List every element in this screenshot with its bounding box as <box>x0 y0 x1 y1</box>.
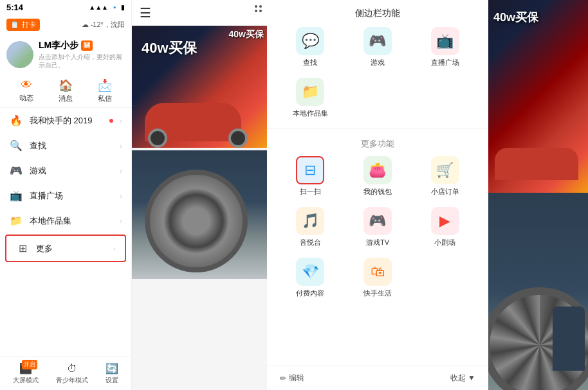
feature-live-icon-wrap: 📺 <box>431 27 459 55</box>
middle-feed-panel: ☰ 40w买保 <box>132 0 267 390</box>
local-label: 本地作品集 <box>30 215 113 227</box>
feature-live-label: 直播广场 <box>431 58 459 67</box>
feature-paid[interactable]: 💎 付费内容 <box>280 258 341 298</box>
history-dot <box>109 119 113 123</box>
feature-mini-drama-icon-wrap: ▶ <box>431 207 459 235</box>
feature-ks-life-icon: 🛍 <box>371 263 385 280</box>
right-panel-title: 侧边栏功能 <box>267 0 488 24</box>
history-arrow: › <box>120 117 122 125</box>
teen-mode-icon: ⏱ <box>67 363 77 375</box>
checkin-icon: 📋 <box>10 21 19 29</box>
feature-scan-icon-wrap: ⊟ <box>296 156 324 184</box>
weather-icon: ☁ <box>82 21 89 29</box>
menu-item-history[interactable]: 🔥 我和快手的 2019 › <box>0 108 131 133</box>
top-bar: 📋 打卡 ☁ -12°，沈阳 <box>0 14 131 35</box>
feature-games[interactable]: 🎮 游戏 <box>347 27 409 67</box>
wheel-detail <box>145 170 248 272</box>
feature-local-label: 本地作品集 <box>293 109 328 118</box>
feature-shop-orders[interactable]: 🛒 小店订单 <box>414 156 475 197</box>
profile-name: LM李小步 關 <box>39 40 125 51</box>
large-screen-label: 大屏模式 <box>13 376 39 385</box>
bottom-actions-bar: ✏ 编辑 收起 ▼ <box>267 366 488 390</box>
checkin-button[interactable]: 📋 打卡 <box>6 19 40 31</box>
section-divider <box>267 129 488 129</box>
feature-game-tv-icon-wrap: 🎮 <box>363 207 392 235</box>
dm-icon: 📩 <box>98 78 112 93</box>
menu-list: 🔥 我和快手的 2019 › 🔍 查找 › 🎮 游戏 › 📺 直播广场 › 📁 … <box>0 108 131 357</box>
feature-wallet-label: 我的钱包 <box>363 187 392 197</box>
feed-image-wheel[interactable] <box>132 150 267 279</box>
menu-item-live[interactable]: 📺 直播广场 › <box>0 183 131 208</box>
feature-music-icon-wrap: 🎵 <box>296 207 324 235</box>
collapse-button[interactable]: 收起 ▼ <box>450 373 475 384</box>
large-screen-button[interactable]: ⬛ 开启 大屏模式 <box>13 362 39 385</box>
profile-description: 点击添加个人介绍，更好的展示自己。 <box>39 53 125 69</box>
teen-mode-button[interactable]: ⏱ 青少年模式 <box>56 363 88 385</box>
feature-paid-icon-wrap: 💎 <box>296 258 324 286</box>
dots-menu[interactable] <box>255 5 262 12</box>
local-arrow: › <box>120 217 122 225</box>
far-right-panel: 40w买保 <box>488 0 588 390</box>
feature-music-label: 音悦台 <box>300 238 321 247</box>
wifi-icon: 🔹 <box>111 4 118 11</box>
settings-label: 设置 <box>106 376 118 385</box>
quick-action-dm[interactable]: 📩 私信 <box>98 78 112 103</box>
more-features-title: 更多功能 <box>280 138 475 150</box>
search-icon: 🔍 <box>9 139 23 152</box>
follow-button[interactable]: 關 <box>81 40 93 51</box>
feature-wallet-icon: 👛 <box>369 162 386 179</box>
feature-paid-icon: 💎 <box>302 263 319 280</box>
menu-item-search[interactable]: 🔍 查找 › <box>0 133 131 158</box>
dynamic-icon: 👁 <box>21 78 32 92</box>
feature-local-icon: 📁 <box>302 84 319 100</box>
feature-games-label: 游戏 <box>371 58 385 67</box>
feature-mini-drama-label: 小剧场 <box>434 238 455 247</box>
left-sidebar: 5:14 ▲▲▲ 🔹 ▮ 📋 打卡 ☁ -12°，沈阳 LM李小步 關 点击添加… <box>0 0 132 390</box>
feature-ks-life-label: 快手生活 <box>363 288 392 298</box>
feature-search[interactable]: 💬 查找 <box>280 27 341 67</box>
settings-icon: 🔄 <box>106 362 118 375</box>
edit-icon: ✏ <box>280 374 286 383</box>
settings-button[interactable]: 🔄 设置 <box>106 362 118 385</box>
local-icon: 📁 <box>9 215 23 227</box>
feature-game-tv[interactable]: 🎮 游戏TV <box>347 207 409 247</box>
feature-scan[interactable]: ⊟ 扫一扫 <box>280 156 341 197</box>
mid-top-bar: ☰ <box>132 0 267 26</box>
dm-label: 私信 <box>98 94 112 103</box>
quick-action-dynamic[interactable]: 👁 动态 <box>19 78 33 103</box>
far-right-top-image: 40w买保 <box>488 0 588 193</box>
feature-local[interactable]: 📁 本地作品集 <box>280 78 341 118</box>
far-right-bottom-image <box>488 193 588 390</box>
feature-search-label: 查找 <box>303 58 317 67</box>
feature-wallet-icon-wrap: 👛 <box>363 156 392 184</box>
profile-info: LM李小步 關 点击添加个人介绍，更好的展示自己。 <box>39 40 125 69</box>
red-car-shape <box>495 148 578 180</box>
time-display: 5:14 <box>6 3 23 12</box>
feature-games-icon: 🎮 <box>369 33 386 49</box>
search-label: 查找 <box>30 140 113 152</box>
menu-item-more[interactable]: ⊞ 更多 › <box>5 235 126 262</box>
quick-action-message[interactable]: 🏠 消息 <box>59 78 73 103</box>
menu-item-local[interactable]: 📁 本地作品集 › <box>0 208 131 233</box>
feature-game-tv-icon: 🎮 <box>369 213 386 229</box>
quick-actions-bar: 👁 动态 🏠 消息 📩 私信 <box>0 75 131 108</box>
feature-search-icon-wrap: 💬 <box>296 27 324 55</box>
person-silhouette <box>553 306 585 371</box>
feature-mini-drama[interactable]: ▶ 小剧场 <box>414 207 475 247</box>
feed-image-car[interactable]: 40w买保 <box>132 26 267 148</box>
history-label: 我和快手的 2019 <box>30 115 102 127</box>
car-wheel-left <box>148 129 167 148</box>
live-arrow: › <box>120 192 122 200</box>
feature-wallet[interactable]: 👛 我的钱包 <box>347 156 409 197</box>
more-features-section: 更多功能 ⊟ 扫一扫 👛 我的钱包 🛒 小店订单 <box>267 133 488 303</box>
profile-section[interactable]: LM李小步 關 点击添加个人介绍，更好的展示自己。 <box>0 35 131 75</box>
menu-item-games[interactable]: 🎮 游戏 › <box>0 158 131 183</box>
feature-scan-label: 扫一扫 <box>300 187 321 197</box>
feature-scan-icon: ⊟ <box>304 162 316 179</box>
feature-live[interactable]: 📺 直播广场 <box>414 27 475 67</box>
hamburger-icon[interactable]: ☰ <box>140 5 151 21</box>
feature-ks-life[interactable]: 🛍 快手生活 <box>347 258 409 298</box>
edit-button[interactable]: ✏ 编辑 <box>280 373 304 384</box>
more-features-grid: ⊟ 扫一扫 👛 我的钱包 🛒 小店订单 🎵 音悦台 <box>280 156 475 298</box>
feature-music[interactable]: 🎵 音悦台 <box>280 207 341 247</box>
